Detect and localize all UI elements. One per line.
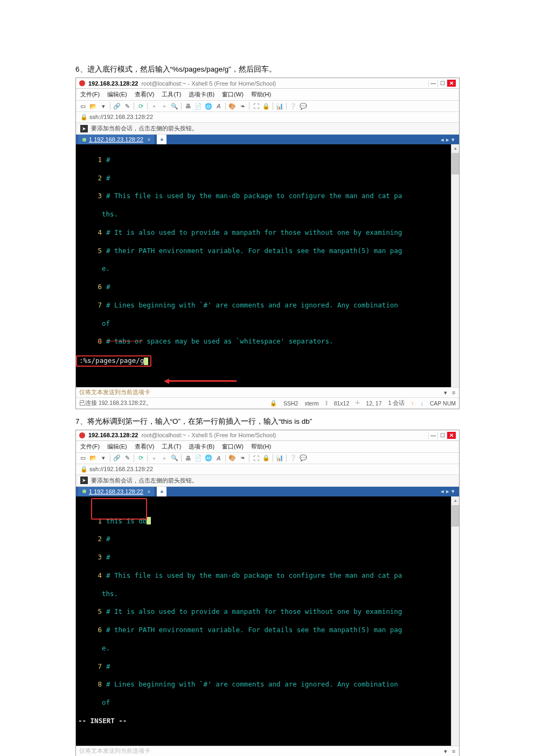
disconnect-icon[interactable]: ✎ [123,102,131,110]
title-sub: root@localhost:~ - Xshell 5 (Free for Ho… [141,80,276,87]
tab-close-icon[interactable]: × [147,488,150,495]
open-icon[interactable]: 📂 [89,454,97,462]
reconnect-icon[interactable]: ⟳ [137,102,144,110]
menu-edit[interactable]: 编辑(E) [107,90,127,99]
doc-icon[interactable]: 📄 [194,454,202,462]
menu-view[interactable]: 查看(V) [135,443,155,451]
toolbar: ▭ 📂 ▾ 🔗 ✎ ⟳ ▫ ▫ 🔍 🖶 📄 🌐 A 🎨 ❧ ⛶ 🔒 📊 [76,453,459,464]
lock-icon[interactable]: 🔒 [262,454,270,462]
terminal-2[interactable]: 1this is db 2# 3# 4# This file is used b… [76,496,459,746]
menu-tabs[interactable]: 选项卡(B) [189,90,214,99]
session-tab[interactable]: 1 192.168.23.128:22 × [78,487,155,496]
add-tab-button[interactable]: + [157,135,166,144]
address-bar[interactable]: 🔒 ssh://192.168.23.128:22 [76,464,459,475]
tab-strip: 1 192.168.23.128:22 × + ◂▸▾ [76,487,459,496]
menu-edit[interactable]: 编辑(E) [107,443,127,451]
graph-icon[interactable]: 📊 [276,454,283,462]
help-icon[interactable]: ❔ [289,102,297,110]
palette-icon[interactable]: 🎨 [228,102,236,110]
xshell-window-2: 192.168.23.128:22 root@localhost:~ - Xsh… [75,430,460,756]
lock-icon[interactable]: 🔒 [262,102,270,110]
doc-icon[interactable]: 📄 [194,102,202,110]
menu-file[interactable]: 文件(F) [80,90,100,99]
conn-status: 已连接 192.168.23.128:22。 [79,400,152,407]
tab-status-icon [82,138,86,142]
toolbar: ▭ 📂 ▾ 🔗 ✎ ⟳ ▫ ▫ 🔍 🖶 📄 🌐 A 🎨 ❧ ⛶ 🔒 📊 [76,101,459,112]
dropdown-icon[interactable]: ▾ [100,102,107,110]
print-icon[interactable]: 🖶 [184,454,192,462]
xshell-logo-icon [79,80,85,86]
new-session-icon[interactable]: ▭ [79,102,87,110]
send-menu-icon[interactable]: ▾ ≡ [444,389,456,396]
add-tab-button[interactable]: + [157,487,166,496]
graph-icon[interactable]: 📊 [276,102,283,110]
globe-icon[interactable]: 🌐 [205,102,212,110]
menu-window[interactable]: 窗口(W) [222,90,244,99]
tab-strip: 1 192.168.23.128:22 × + ◂▸▾ [76,135,459,144]
lock-small-icon: 🔒 [80,466,88,472]
scrollbar[interactable]: ▴ [451,144,459,387]
paste-icon[interactable]: ▫ [161,454,168,462]
connect-icon[interactable]: 🔗 [113,454,121,462]
menu-window[interactable]: 窗口(W) [222,443,244,451]
fullscreen-icon[interactable]: ⛶ [252,454,260,462]
capnum: CAP NUM [430,400,456,407]
palette-icon[interactable]: 🎨 [228,454,236,462]
open-icon[interactable]: 📂 [89,102,97,110]
menu-view[interactable]: 查看(V) [135,90,155,99]
chat-icon[interactable]: 💬 [300,102,307,110]
send-bar: 仅将文本发送到当前选项卡 ▾ ≡ [76,387,459,397]
menu-tools[interactable]: 工具(T) [162,90,181,99]
search-icon[interactable]: 🔍 [171,454,178,462]
tab-menu-icon[interactable]: ▾ [451,488,455,495]
fullscreen-icon[interactable]: ⛶ [252,102,260,110]
send-menu-icon[interactable]: ▾ ≡ [444,748,456,754]
help-icon[interactable]: ❔ [289,454,297,462]
tab-nav-left-icon[interactable]: ◂ [441,136,444,143]
add-session-arrow-icon[interactable]: ➤ [80,477,88,484]
termtype: xterm [304,400,318,407]
add-session-arrow-icon[interactable]: ➤ [80,125,88,132]
minimize-icon[interactable]: — [428,80,437,87]
minimize-icon[interactable]: — [428,432,437,439]
copy-icon[interactable]: ▫ [150,102,158,110]
close-icon[interactable]: ✕ [447,80,456,87]
terminal-1[interactable]: 1# 2# 3# This file is used by the man-db… [76,144,459,387]
chat-icon[interactable]: 💬 [300,454,307,462]
dropdown-icon[interactable]: ▾ [100,454,107,462]
reconnect-icon[interactable]: ⟳ [137,454,144,462]
step-6: 6、进入底行模式，然后输入“%s/pages/page/g”，然后回车。 [75,65,460,74]
menu-help[interactable]: 帮助(H) [251,90,271,99]
maximize-icon[interactable]: ☐ [437,432,447,439]
globe-icon[interactable]: 🌐 [205,454,212,462]
search-icon[interactable]: 🔍 [171,102,178,110]
tab-nav-left-icon[interactable]: ◂ [441,488,444,495]
tab-menu-icon[interactable]: ▾ [451,136,455,143]
font-icon[interactable]: A [215,454,223,462]
vim-command: :%s/pages/page/g [79,356,144,366]
size: 81x12 [334,400,350,407]
maximize-icon[interactable]: ☐ [437,80,447,87]
xshell-window-1: 192.168.23.128:22 root@localhost:~ - Xsh… [75,78,460,409]
menu-tools[interactable]: 工具(T) [162,443,181,451]
font-icon[interactable]: A [215,102,223,110]
proto: SSH2 [283,400,298,407]
connect-icon[interactable]: 🔗 [113,102,121,110]
tab-nav-right-icon[interactable]: ▸ [446,136,449,143]
print-icon[interactable]: 🖶 [184,102,192,110]
session-tab[interactable]: 1 192.168.23.128:22 × [78,135,155,144]
tab-nav-right-icon[interactable]: ▸ [446,488,449,495]
leaf-icon[interactable]: ❧ [239,102,246,110]
menu-help[interactable]: 帮助(H) [251,443,271,451]
close-icon[interactable]: ✕ [447,432,456,439]
leaf-icon[interactable]: ❧ [239,454,246,462]
new-session-icon[interactable]: ▭ [79,454,87,462]
address-bar[interactable]: 🔒 ssh://192.168.23.128:22 [76,112,459,123]
menu-file[interactable]: 文件(F) [80,443,100,451]
paste-icon[interactable]: ▫ [161,102,168,110]
copy-icon[interactable]: ▫ [150,454,158,462]
tab-close-icon[interactable]: × [147,136,150,143]
disconnect-icon[interactable]: ✎ [123,454,131,462]
scrollbar[interactable]: ▴ [451,496,459,746]
menu-tabs[interactable]: 选项卡(B) [189,443,214,451]
